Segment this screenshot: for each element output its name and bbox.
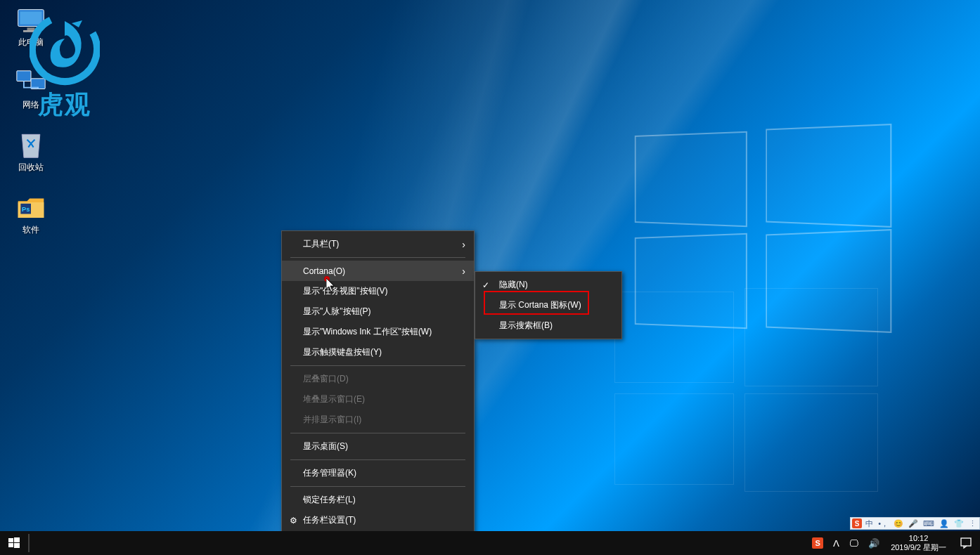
menu-item-label: 显示"Windows Ink 工作区"按钮(W) <box>303 326 432 338</box>
ime-keyboard-icon[interactable]: ⌨ <box>922 519 936 528</box>
menu-item-label: 锁定任务栏(L) <box>303 494 356 506</box>
start-button[interactable] <box>0 531 28 555</box>
taskbar-clock[interactable]: 10:12 2019/9/2 星期一 <box>885 531 952 555</box>
submenu-item-show-icon[interactable]: 显示 Cortana 图标(W) <box>475 295 621 315</box>
ime-sogou-icon[interactable]: S <box>852 518 862 528</box>
menu-separator <box>290 257 465 258</box>
taskbar[interactable]: S ᐱ 🖵 🔊 10:12 2019/9/2 星期一 <box>0 531 980 555</box>
tray-sogou-icon[interactable]: S <box>809 531 826 555</box>
ime-skin-icon[interactable]: 👕 <box>953 519 965 528</box>
svg-rect-11 <box>8 543 13 547</box>
menu-item-settings[interactable]: ⚙任务栏设置(T) <box>282 510 474 530</box>
menu-item-taskmgr[interactable]: 任务管理器(K) <box>282 463 474 483</box>
ime-punct-toggle[interactable]: •， <box>877 518 890 529</box>
svg-rect-13 <box>961 538 971 546</box>
submenu-item-label: 显示搜索框(B) <box>499 320 553 332</box>
desktop-icon-network[interactable]: 网络 <box>4 68 58 111</box>
clock-time: 10:12 <box>891 534 946 543</box>
network-icon <box>15 68 46 96</box>
clock-date: 2019/9/2 星期一 <box>891 543 946 552</box>
svg-rect-2 <box>27 27 35 30</box>
tray-overflow-icon[interactable]: ᐱ <box>830 531 842 555</box>
desktop-icon-label: 此电脑 <box>18 37 44 48</box>
wallpaper-reflection <box>614 337 910 492</box>
ime-emoji-icon[interactable]: 😊 <box>892 519 905 528</box>
taskbar-spacer[interactable] <box>30 531 806 555</box>
ime-toolbar[interactable]: S 中 •， 😊 🎤 ⌨ 👤 👕 ⋮ <box>850 517 980 530</box>
submenu-item-label: 隐藏(N) <box>499 279 528 291</box>
menu-item-label: 任务栏设置(T) <box>303 514 356 526</box>
menu-item-cascade: 层叠窗口(D) <box>282 369 474 389</box>
tray-volume-icon[interactable]: 🔊 <box>865 531 882 555</box>
svg-rect-10 <box>14 537 20 542</box>
menu-item-taskview[interactable]: 显示"任务视图"按钮(V) <box>282 281 474 301</box>
ime-voice-icon[interactable]: 🎤 <box>907 519 920 528</box>
menu-separator <box>290 486 465 487</box>
menu-separator <box>290 433 465 433</box>
svg-rect-3 <box>23 30 39 32</box>
svg-text:Ps: Ps <box>22 205 30 212</box>
ime-lang-toggle[interactable]: 中 <box>864 518 875 529</box>
menu-item-touchkb[interactable]: 显示触摸键盘按钮(Y) <box>282 342 474 363</box>
action-center-button[interactable] <box>952 531 980 555</box>
desktop[interactable]: 此电脑 网络 回收站 Ps 软件 虎观 工具栏(T)Co <box>0 0 980 555</box>
desktop-icon-label: 软件 <box>22 224 39 236</box>
menu-separator <box>290 459 465 460</box>
svg-rect-1 <box>20 11 41 24</box>
cortana-sub-menu: ✓隐藏(N)显示 Cortana 图标(W)显示搜索框(B) <box>475 271 622 339</box>
menu-item-label: 层叠窗口(D) <box>303 373 349 385</box>
folder-icon: Ps <box>15 193 46 221</box>
menu-item-label: 堆叠显示窗口(E) <box>303 393 365 405</box>
svg-rect-9 <box>8 538 13 542</box>
desktop-icon-label: 回收站 <box>18 162 44 174</box>
desktop-icon-label: 网络 <box>22 99 39 111</box>
menu-item-label: 显示触摸键盘按钮(Y) <box>303 346 382 358</box>
menu-separator <box>290 365 465 366</box>
submenu-item-hide[interactable]: ✓隐藏(N) <box>475 275 621 295</box>
menu-item-label: 显示"人脉"按钮(P) <box>303 306 371 318</box>
system-tray: S ᐱ 🖵 🔊 <box>806 531 885 555</box>
menu-item-label: 显示"任务视图"按钮(V) <box>303 285 388 297</box>
desktop-icon-recycle-bin[interactable]: 回收站 <box>4 131 58 174</box>
menu-item-cortana[interactable]: Cortana(O) <box>282 261 474 281</box>
menu-item-label: Cortana(O) <box>303 266 345 276</box>
menu-item-ink[interactable]: 显示"Windows Ink 工作区"按钮(W) <box>282 322 474 342</box>
submenu-item-label: 显示 Cortana 图标(W) <box>499 299 581 311</box>
desktop-icons: 此电脑 网络 回收站 Ps 软件 <box>4 6 58 236</box>
menu-item-label: 任务管理器(K) <box>303 467 356 479</box>
menu-item-label: 并排显示窗口(I) <box>303 414 361 426</box>
tray-network-icon[interactable]: 🖵 <box>846 531 861 555</box>
menu-item-lock[interactable]: 锁定任务栏(L) <box>282 490 474 510</box>
svg-rect-4 <box>17 71 31 81</box>
menu-item-toolbars[interactable]: 工具栏(T) <box>282 234 474 254</box>
desktop-icon-this-pc[interactable]: 此电脑 <box>4 6 58 48</box>
action-center-icon <box>960 537 972 549</box>
menu-item-showdesktop[interactable]: 显示桌面(S) <box>282 436 474 457</box>
submenu-item-show-box[interactable]: 显示搜索框(B) <box>475 315 621 336</box>
gear-icon: ⚙ <box>288 516 299 525</box>
this-pc-icon <box>15 6 46 34</box>
menu-item-sidebyside: 并排显示窗口(I) <box>282 410 474 430</box>
menu-item-people[interactable]: 显示"人脉"按钮(P) <box>282 301 474 322</box>
ime-account-icon[interactable]: 👤 <box>938 519 950 528</box>
desktop-icon-software[interactable]: Ps 软件 <box>4 193 58 236</box>
menu-item-label: 工具栏(T) <box>303 238 339 250</box>
check-icon: ✓ <box>482 280 489 290</box>
recycle-bin-icon <box>15 131 46 159</box>
ime-more-icon[interactable]: ⋮ <box>967 519 978 528</box>
menu-item-stacked: 堆叠显示窗口(E) <box>282 389 474 410</box>
taskbar-context-menu: 工具栏(T)Cortana(O)显示"任务视图"按钮(V)显示"人脉"按钮(P)… <box>281 230 475 534</box>
windows-logo-icon <box>8 537 20 549</box>
menu-item-label: 显示桌面(S) <box>303 440 348 452</box>
svg-rect-12 <box>14 543 20 548</box>
